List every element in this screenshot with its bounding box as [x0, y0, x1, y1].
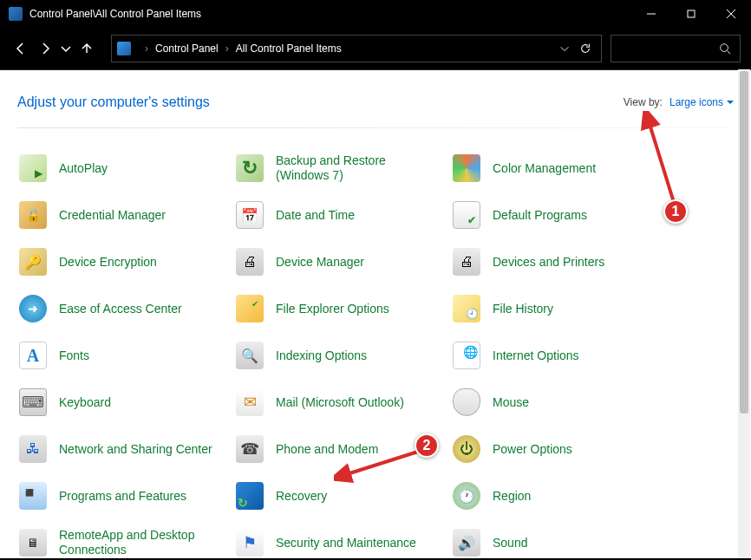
forward-button[interactable]: [35, 33, 56, 64]
filehist-icon: [451, 293, 482, 324]
sound-icon: [451, 527, 482, 558]
chevron-right-icon: ›: [145, 42, 148, 55]
control-panel-item[interactable]: File Explorer Options: [234, 293, 451, 324]
location-icon: [117, 42, 131, 55]
backup-icon: [234, 153, 265, 184]
control-panel-item[interactable]: Power Options: [451, 433, 668, 465]
control-panel-item[interactable]: Mouse: [451, 387, 668, 418]
control-panel-item-label: Color Management: [493, 161, 596, 176]
vertical-scrollbar[interactable]: [738, 69, 750, 558]
index-icon: [234, 340, 265, 371]
control-panel-item[interactable]: Backup and Restore (Windows 7): [234, 153, 451, 184]
control-panel-item[interactable]: Date and Time: [234, 199, 451, 231]
control-panel-item-label: RemoteApp and Desktop Connections: [59, 528, 215, 557]
chevron-right-icon: ›: [225, 42, 229, 55]
control-panel-item[interactable]: Device Manager: [234, 246, 451, 277]
control-panel-item[interactable]: Recovery: [234, 480, 451, 511]
control-panel-item-label: Keyboard: [59, 395, 111, 410]
scrollbar-thumb[interactable]: [740, 71, 748, 413]
control-panel-item-label: Device Encryption: [59, 255, 157, 270]
search-input[interactable]: [611, 35, 741, 62]
app-icon: [9, 7, 23, 21]
control-panel-item[interactable]: Programs and Features: [17, 480, 234, 511]
content-area: Adjust your computer's settings View by:…: [0, 69, 751, 558]
control-panel-item-label: Fonts: [59, 348, 89, 363]
control-panel-item[interactable]: Credential Manager: [17, 199, 234, 231]
date-icon: [234, 199, 265, 231]
control-panel-item[interactable]: Color Management: [451, 153, 668, 184]
fileexp-icon: [234, 293, 265, 324]
programs-icon: [17, 480, 49, 511]
control-panel-item[interactable]: File History: [451, 293, 668, 324]
control-panel-item[interactable]: Mail (Microsoft Outlook): [234, 387, 451, 418]
svg-rect-1: [688, 10, 695, 17]
autoplay-icon: [17, 153, 49, 184]
control-panel-item-label: Indexing Options: [276, 348, 367, 363]
address-history-button[interactable]: [554, 42, 575, 55]
view-by-value: Large icons: [669, 96, 723, 108]
control-panel-item-label: Recovery: [276, 489, 327, 504]
control-panel-item[interactable]: Security and Maintenance: [234, 527, 451, 558]
up-button[interactable]: [76, 33, 97, 64]
view-by-label: View by:: [624, 96, 663, 108]
window-titlebar: Control Panel\All Control Panel Items: [0, 0, 751, 28]
control-panel-item[interactable]: Internet Options: [451, 340, 668, 371]
svg-point-4: [721, 44, 728, 52]
control-panel-item[interactable]: AutoPlay: [17, 153, 234, 184]
control-panel-item[interactable]: Sound: [451, 527, 668, 558]
color-icon: [451, 153, 482, 184]
control-panel-item-label: AutoPlay: [59, 161, 108, 176]
address-bar[interactable]: › Control Panel › All Control Panel Item…: [111, 35, 602, 62]
control-panel-item-label: Credential Manager: [59, 208, 166, 223]
control-panel-item-label: Mail (Microsoft Outlook): [276, 395, 404, 410]
power-icon: [451, 433, 482, 465]
mouse-icon: [451, 387, 482, 418]
control-panel-item[interactable]: Region: [451, 480, 668, 511]
control-panel-item-label: Mouse: [493, 395, 529, 410]
ease-icon: [17, 293, 49, 324]
search-icon: [719, 42, 731, 55]
control-panel-item-label: Date and Time: [276, 208, 355, 223]
control-panel-item[interactable]: Device Encryption: [17, 246, 234, 277]
control-panel-item-label: Ease of Access Center: [59, 302, 182, 316]
fonts-icon: [17, 340, 49, 371]
back-button[interactable]: [10, 33, 31, 64]
mail-icon: [234, 387, 265, 418]
close-button[interactable]: [711, 0, 751, 28]
control-panel-item-label: Default Programs: [493, 208, 587, 223]
control-panel-item-label: Backup and Restore (Windows 7): [276, 153, 432, 183]
control-panel-items-grid: AutoPlayBackup and Restore (Windows 7)Co…: [17, 153, 734, 558]
control-panel-item-label: Internet Options: [493, 348, 579, 363]
annotation-badge-2: 2: [415, 433, 439, 458]
caret-down-icon: [727, 99, 734, 106]
navigation-bar: › Control Panel › All Control Panel Item…: [0, 28, 751, 69]
control-panel-item[interactable]: Default Programs: [451, 199, 668, 231]
control-panel-item[interactable]: Devices and Printers: [451, 246, 668, 277]
view-by-dropdown[interactable]: Large icons: [669, 96, 734, 108]
breadcrumb-segment[interactable]: Control Panel: [155, 42, 219, 55]
control-panel-item[interactable]: Ease of Access Center: [17, 293, 234, 324]
control-panel-item[interactable]: Network and Sharing Center: [17, 433, 234, 465]
control-panel-item[interactable]: Fonts: [17, 340, 234, 371]
deviceenc-icon: [17, 246, 49, 277]
remote-icon: [17, 527, 49, 558]
minimize-button[interactable]: [631, 0, 671, 28]
recovery-icon: [234, 480, 265, 511]
region-icon: [451, 480, 482, 511]
devmgr-icon: [234, 246, 265, 277]
security-icon: [234, 527, 265, 558]
default-icon: [451, 199, 482, 231]
control-panel-item[interactable]: RemoteApp and Desktop Connections: [17, 527, 234, 558]
control-panel-item[interactable]: Indexing Options: [234, 340, 451, 371]
refresh-button[interactable]: [575, 42, 596, 55]
control-panel-item-label: File History: [493, 302, 553, 316]
inet-icon: [451, 340, 482, 371]
cred-icon: [17, 199, 49, 231]
recent-locations-button[interactable]: [59, 33, 73, 64]
breadcrumb-segment[interactable]: All Control Panel Items: [236, 42, 342, 55]
annotation-badge-1: 1: [663, 199, 688, 224]
window-title: Control Panel\All Control Panel Items: [29, 8, 201, 20]
control-panel-item-label: Network and Sharing Center: [59, 442, 212, 457]
maximize-button[interactable]: [671, 0, 711, 28]
control-panel-item[interactable]: Keyboard: [17, 387, 234, 418]
